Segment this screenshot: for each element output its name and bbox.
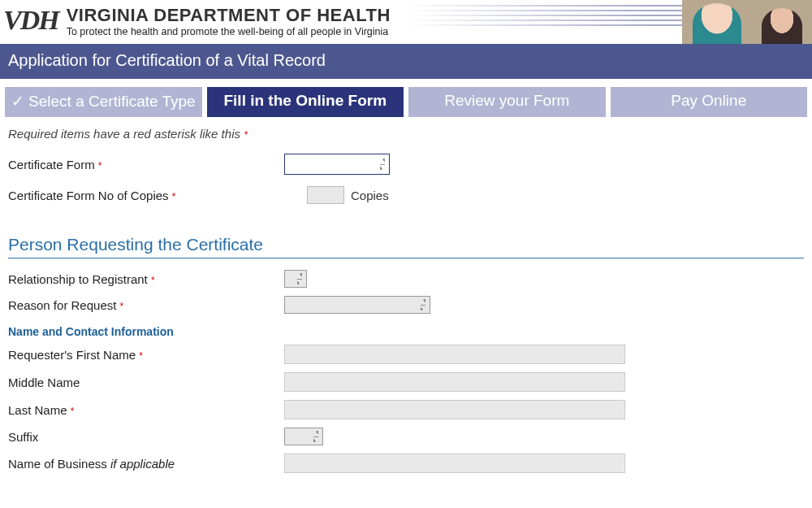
row-last-name: Last Name *: [8, 400, 804, 419]
suffix-select[interactable]: [284, 428, 323, 445]
step-fill-form[interactable]: Fill in the Online Form: [207, 87, 404, 117]
row-copies: Certificate Form No of Copies * Copies: [8, 186, 804, 204]
asterisk-icon: *: [244, 129, 248, 141]
header-photo: [682, 0, 812, 44]
label-text: Relationship to Registrant: [8, 272, 148, 286]
label-first-name: Requester's First Name *: [8, 348, 284, 362]
step-review[interactable]: Review your Form: [408, 87, 606, 117]
row-reason: Reason for Request *: [8, 296, 804, 314]
copies-input[interactable]: [307, 186, 344, 204]
wizard-steps: Select a Certificate Type Fill in the On…: [0, 79, 812, 117]
logo: VDH: [3, 5, 58, 36]
row-certificate-form: Certificate Form *: [8, 154, 804, 175]
certificate-form-select[interactable]: [284, 154, 390, 175]
asterisk-icon: *: [98, 160, 102, 172]
label-middle-name: Middle Name: [8, 376, 284, 389]
label-certificate-form: Certificate Form *: [8, 158, 284, 172]
reason-select[interactable]: [284, 296, 430, 314]
relationship-select[interactable]: [284, 270, 307, 288]
asterisk-icon: *: [151, 275, 155, 286]
step-pay[interactable]: Pay Online: [611, 87, 808, 117]
label-ital: if applicable: [110, 457, 175, 471]
label-reason: Reason for Request *: [8, 298, 284, 312]
asterisk-icon: *: [172, 191, 176, 202]
asterisk-icon: *: [71, 406, 75, 417]
business-input[interactable]: [284, 454, 625, 473]
row-middle-name: Middle Name: [8, 372, 804, 392]
header-text: VIRGINIA DEPARTMENT OF HEALTH To protect…: [67, 5, 391, 37]
row-first-name: Requester's First Name *: [8, 345, 804, 364]
label-text: Last Name: [8, 403, 67, 417]
middle-name-input[interactable]: [284, 372, 625, 392]
subheading-contact: Name and Contact Information: [8, 325, 804, 338]
form-content: Required items have a red asterisk like …: [0, 117, 812, 497]
label-text: Name of Business: [8, 457, 110, 471]
label-suffix: Suffix: [8, 430, 284, 444]
hint-text: Required items have a red asterisk like …: [8, 127, 244, 141]
label-copies: Certificate Form No of Copies *: [8, 189, 284, 202]
tagline: To protect the health and promote the we…: [67, 26, 391, 37]
label-text: Certificate Form No of Copies: [8, 189, 169, 202]
section-requester-heading: Person Requesting the Certificate: [8, 235, 804, 258]
first-name-input[interactable]: [284, 345, 625, 364]
department-name: VIRGINIA DEPARTMENT OF HEALTH: [67, 5, 391, 26]
row-suffix: Suffix: [8, 428, 804, 445]
asterisk-icon: *: [139, 350, 143, 362]
row-business: Name of Business if applicable: [8, 454, 804, 473]
label-business: Name of Business if applicable: [8, 457, 284, 471]
copies-unit: Copies: [351, 189, 389, 202]
label-text: Certificate Form: [8, 158, 95, 172]
label-relationship: Relationship to Registrant *: [8, 272, 284, 286]
baby-image: [693, 3, 741, 44]
label-text: Reason for Request: [8, 298, 116, 312]
step-select-type[interactable]: Select a Certificate Type: [5, 87, 202, 117]
row-relationship: Relationship to Registrant *: [8, 270, 804, 288]
asterisk-icon: *: [120, 301, 124, 312]
page-title: Application for Certification of a Vital…: [0, 44, 812, 79]
required-hint: Required items have a red asterisk like …: [8, 127, 804, 141]
adult-image: [762, 8, 802, 44]
site-header: VDH VIRGINIA DEPARTMENT OF HEALTH To pro…: [0, 0, 812, 44]
label-last-name: Last Name *: [8, 403, 284, 417]
last-name-input[interactable]: [284, 400, 625, 419]
label-text: Requester's First Name: [8, 348, 136, 362]
